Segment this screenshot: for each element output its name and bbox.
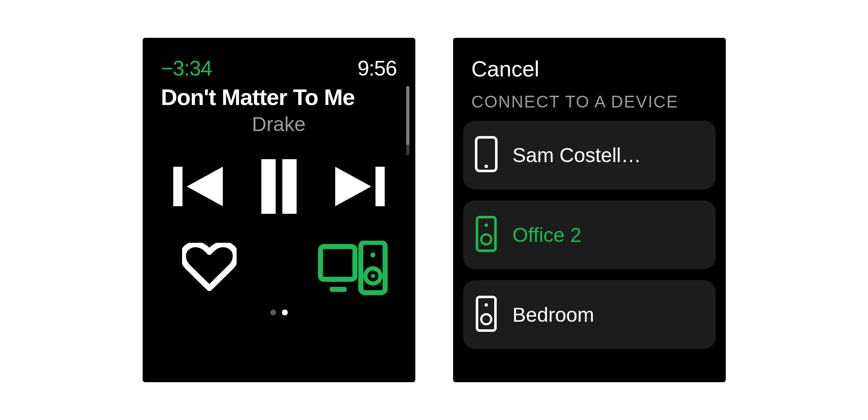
scroll-indicator[interactable] [406,86,409,155]
playback-controls [143,159,415,214]
status-bar: −3:34 9:56 [143,38,415,81]
speaker-icon [474,215,498,255]
svg-point-13 [485,165,488,168]
time-remaining: −3:34 [161,56,212,81]
page-indicator [143,310,415,315]
page-dot [270,310,276,315]
svg-rect-6 [321,247,355,279]
device-item-speaker-active[interactable]: Office 2 [463,200,716,269]
heart-icon[interactable] [182,243,237,293]
secondary-controls [143,241,415,295]
device-label: Office 2 [513,223,706,247]
device-label: Sam Costell… [513,144,706,167]
device-item-speaker[interactable]: Bedroom [463,280,716,349]
svg-rect-5 [375,167,385,206]
device-label: Bedroom [513,303,706,326]
now-playing-screen: −3:34 9:56 Don't Matter To Me Drake [143,38,415,382]
svg-point-9 [370,252,375,257]
page-dot [282,310,288,315]
device-list: Sam Costell… Office 2 [453,121,726,349]
pause-icon[interactable] [254,159,304,214]
svg-rect-3 [282,159,297,214]
devices-icon[interactable] [317,241,388,295]
svg-point-18 [485,303,488,307]
svg-rect-2 [261,159,276,214]
svg-point-16 [481,234,491,244]
svg-point-11 [371,274,375,278]
device-picker-screen: Cancel CONNECT TO A DEVICE Sam Costell… [453,38,726,382]
svg-point-19 [481,314,491,324]
artist-name: Drake [143,113,415,136]
cancel-button[interactable]: Cancel [453,38,726,81]
previous-track-icon[interactable] [173,163,224,210]
svg-marker-1 [187,167,223,206]
track-title: Don't Matter To Me [143,81,415,110]
svg-rect-0 [173,167,182,206]
svg-point-15 [485,223,488,227]
next-track-icon[interactable] [334,163,385,210]
device-item-phone[interactable]: Sam Costell… [463,121,716,189]
phone-icon [474,135,498,175]
speaker-icon [474,295,498,334]
svg-rect-7 [330,287,347,292]
section-header: CONNECT TO A DEVICE [453,81,726,121]
svg-marker-4 [335,167,371,206]
clock: 9:56 [357,56,396,81]
